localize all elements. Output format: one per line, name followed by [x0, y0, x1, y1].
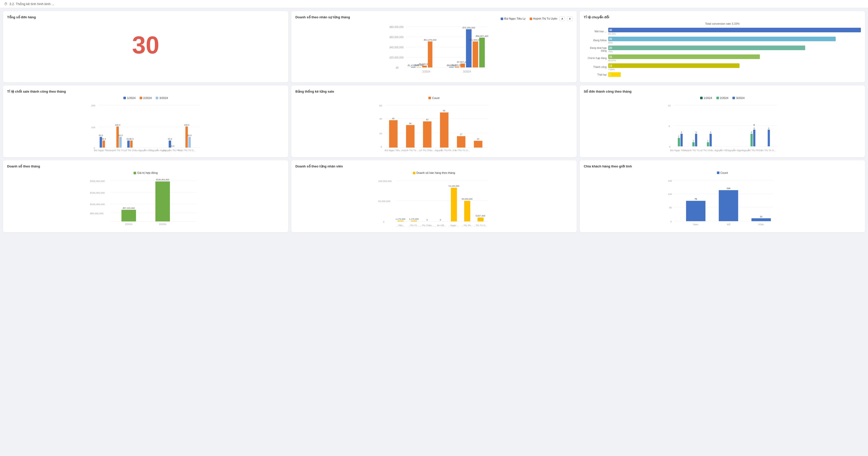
svg-rect-129	[750, 134, 753, 147]
svg-text:Lê Thị Châu ...: Lê Thị Châu ...	[419, 149, 435, 152]
svg-text:...Thị Châu ...: ...Thị Châu ...	[420, 224, 435, 227]
svg-text:Bùi Ngọc Tiêu...: Bùi Ngọc Tiêu...	[94, 149, 111, 152]
conversion-row-dang-follow: Đang follow 25 80%	[584, 37, 861, 44]
svg-rect-59	[169, 141, 171, 148]
svg-text:0: 0	[383, 220, 384, 223]
dashboard-grid: Tổng số đơn hàng 30 Doanh số theo nhân s…	[0, 8, 868, 235]
card-stats-per-sale: Bảng thống kê từng sale Count 60 40 20 0…	[291, 86, 577, 157]
conversion-row-that-bai: Thất bại 1	[584, 72, 861, 77]
customer-by-gender-chart: 150 100 50 0 75 114 11 Nam Nữ Khác	[584, 176, 861, 227]
legend-item-blue: Bùi Ngọc Tiêu Ly	[501, 17, 526, 20]
svg-rect-195	[686, 201, 705, 221]
svg-rect-154	[121, 210, 136, 221]
svg-text:10: 10	[477, 138, 479, 140]
svg-text:đ150,000,000: đ150,000,000	[90, 191, 105, 194]
svg-text:56: 56	[443, 110, 445, 112]
legend-item-count-gender: Count	[717, 171, 728, 174]
svg-rect-110	[681, 134, 683, 147]
card-close-rate: Tỉ lệ chốt sale thành công theo tháng 1/…	[3, 86, 288, 157]
card-customer-by-gender: Chia khách hàng theo giới tính Count 150…	[580, 160, 865, 232]
svg-text:đ51,075,000: đ51,075,000	[424, 39, 437, 41]
card-success-orders: Số đơn thành công theo tháng 1/2024 2/20…	[580, 86, 865, 157]
stats-per-sale-legend: Count	[296, 96, 572, 99]
legend-item-2-2024-b: 2/2024	[716, 96, 728, 99]
svg-text:Nam: Nam	[693, 223, 698, 226]
svg-text:Lê Thị Châu...: Lê Thị Châu...	[124, 149, 140, 152]
svg-text:1,175,000: 1,175,000	[396, 218, 405, 220]
legend-collapse-btn[interactable]: ∧	[559, 16, 565, 21]
legend-dot-count	[428, 97, 431, 99]
conversion-bar-cho-ki: 15	[608, 55, 760, 59]
svg-text:2: 2	[678, 135, 680, 138]
svg-text:0: 0	[670, 220, 672, 223]
conversion-bar-moi-trao: 30	[608, 28, 861, 32]
legend-expand-btn[interactable]: ∨	[567, 16, 572, 21]
legend-label-count: Count	[432, 96, 439, 99]
card-title-revenue-by-month: Doanh số theo tháng	[7, 164, 284, 168]
legend-dot-1-2024-b	[700, 97, 703, 99]
card-title-close-rate: Tỉ lệ chốt sale thành công theo tháng	[7, 90, 284, 93]
revenue-by-person-chart: đ80,000,000 đ60,000,000 đ40,000,000 đ20,…	[296, 24, 572, 75]
svg-text:11: 11	[760, 215, 763, 218]
legend-dot-orange	[530, 18, 532, 20]
conversion-row-thanh-cong: Thành công 13 7.69%	[584, 63, 861, 71]
svg-text:3: 3	[681, 131, 682, 133]
svg-text:200: 200	[91, 104, 95, 107]
card-title-revenue-by-person: Doanh số theo nhân sự từng tháng	[296, 15, 350, 19]
svg-text:...ên Hữ...: ...ên Hữ...	[435, 224, 446, 227]
legend-item-3-2024-b: 3/2024	[733, 96, 745, 99]
svg-text:60: 60	[379, 104, 382, 107]
svg-text:4: 4	[768, 127, 769, 129]
conversion-bar-dang-follow: 25	[608, 37, 836, 41]
legend-dot-count-gender	[717, 172, 719, 174]
svg-text:3: 3	[695, 131, 696, 133]
card-revenue-by-month: Doanh số theo tháng Giá trị hợp đồng đ20…	[3, 160, 288, 232]
svg-text:3/2024: 3/2024	[463, 70, 471, 73]
legend-dot-2-2024-b	[716, 97, 719, 99]
legend-item-hop-dong: Giá trị hợp đồng	[133, 171, 158, 175]
close-rate-chart: 200 100 0 50.0 33.3 100.0 50.0 33.3	[7, 101, 284, 152]
legend-item-1-2024: 1/2024	[123, 96, 135, 99]
svg-text:17: 17	[460, 133, 463, 135]
svg-rect-136	[768, 129, 770, 146]
legend-label-3-2024-b: 3/2024	[736, 96, 745, 99]
svg-text:Trần Thị Tú O...: Trần Thị Tú O...	[758, 149, 776, 152]
svg-text:6: 6	[753, 124, 755, 126]
svg-text:đ20,000,000: đ20,000,000	[390, 56, 404, 59]
svg-rect-67	[188, 137, 191, 148]
conversion-bar-that-bai: 1	[608, 72, 621, 77]
svg-rect-92	[457, 136, 465, 148]
legend-label-2-2024-b: 2/2024	[720, 96, 728, 99]
conversion-bar-wrap-moi-trao: 30 83.33%	[608, 28, 861, 35]
svg-text:đ0: đ0	[396, 66, 399, 69]
legend-label-1-2024: 1/2024	[127, 96, 135, 99]
svg-rect-178	[477, 218, 484, 221]
svg-text:Huỳnh Thị Tú ...: Huỳnh Thị Tú ...	[402, 149, 419, 152]
svg-rect-40	[102, 141, 105, 148]
legend-dot-blue	[501, 18, 503, 20]
svg-text:đ60,000,000: đ60,000,000	[390, 36, 404, 39]
card-title-conversion: Tỉ lệ chuyển đổi	[584, 15, 861, 19]
svg-text:0: 0	[380, 145, 382, 148]
customer-by-gender-legend: Count	[584, 171, 861, 174]
svg-text:...Thị Tú O...: ...Thị Tú O...	[474, 224, 488, 227]
svg-rect-16	[422, 66, 427, 67]
legend-label-orange: Huỳnh Thị Tú Uyên	[533, 17, 557, 20]
conversion-bar-wrap-that-bai: 1	[608, 72, 861, 77]
svg-text:Khác: Khác	[758, 223, 764, 226]
svg-rect-46	[119, 137, 122, 148]
legend-label-hop-dong: Giá trị hợp đồng	[137, 171, 158, 175]
revenue-by-month-legend: Giá trị hợp đồng	[7, 171, 284, 175]
svg-text:đ40,000,000: đ40,000,000	[390, 46, 404, 49]
legend-dot-2-2024	[140, 97, 142, 99]
svg-text:34: 34	[409, 122, 412, 125]
legend-item-3-2024: 3/2024	[156, 96, 168, 99]
revenue-by-month-chart: đ200,000,000 đ150,000,000 đ100,000,000 đ…	[7, 177, 284, 227]
svg-rect-115	[695, 134, 697, 147]
svg-text:0: 0	[427, 219, 428, 221]
stats-per-sale-chart: 60 40 20 0 40 34 43 56 17 1	[296, 101, 572, 152]
svg-text:đ100,000,000: đ100,000,000	[90, 203, 105, 206]
svg-text:4: 4	[753, 127, 755, 129]
svg-text:đ57,220,000: đ57,220,000	[123, 207, 135, 209]
svg-text:2/2024: 2/2024	[423, 70, 430, 73]
